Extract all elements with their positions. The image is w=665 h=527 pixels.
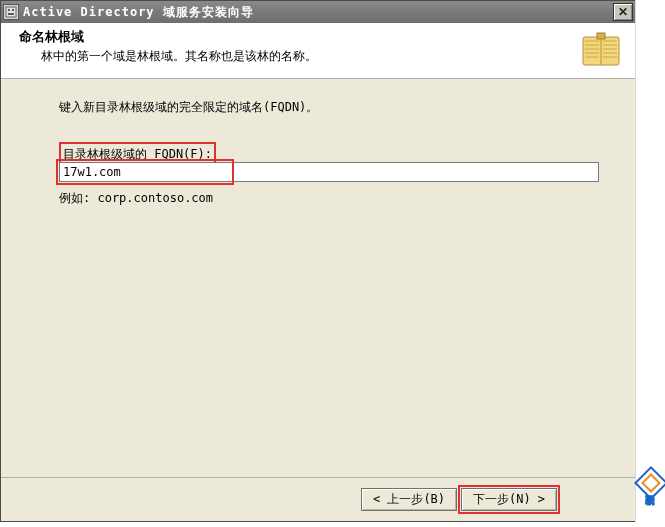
watermark-logo-icon [634,466,665,500]
next-button-wrap: 下一步(N) > [461,488,557,511]
wizard-footer: < 上一步(B) 下一步(N) > 取消 [1,477,635,521]
book-icon [579,31,623,71]
titlebar-text: Active Directory 域服务安装向导 [23,4,613,21]
back-button[interactable]: < 上一步(B) [361,488,457,511]
wizard-content: 键入新目录林根级域的完全限定的域名(FQDN)。 目录林根级域的 FQDN(F)… [1,79,635,475]
svg-rect-3 [8,13,14,15]
wizard-window: Active Directory 域服务安装向导 ✕ 命名林根域 林中的第一个域… [0,0,636,522]
fqdn-label: 目录林根级域的 FQDN(F): [63,147,212,161]
svg-rect-5 [597,33,605,39]
fqdn-input-wrap [59,162,599,182]
close-button[interactable]: ✕ [613,3,633,21]
app-icon [3,4,19,20]
fqdn-input-row [59,162,605,182]
wizard-header: 命名林根域 林中的第一个域是林根域。其名称也是该林的名称。 [1,23,635,79]
next-button[interactable]: 下一步(N) > [461,488,557,511]
svg-rect-0 [6,7,16,17]
svg-rect-1 [8,9,10,11]
watermark-brand: 创新互联 [637,457,661,517]
instruction-text: 键入新目录林根级域的完全限定的域名(FQDN)。 [59,99,605,116]
example-text: 例如: corp.contoso.com [59,190,605,207]
titlebar: Active Directory 域服务安装向导 ✕ [1,1,635,23]
page-description: 林中的第一个域是林根域。其名称也是该林的名称。 [41,48,623,65]
page-title: 命名林根域 [19,29,623,46]
fqdn-label-wrap: 目录林根级域的 FQDN(F): [59,142,605,162]
watermark-strip: 创新互联 [635,0,665,527]
fqdn-input[interactable] [59,162,599,182]
svg-rect-2 [12,9,14,11]
